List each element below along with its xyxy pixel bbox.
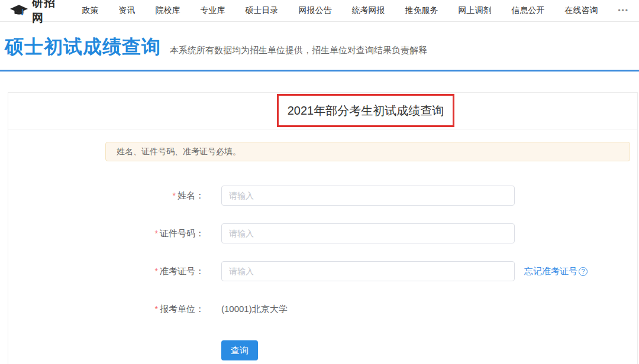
target-unit-label: *报考单位：: [8, 304, 204, 315]
name-field-row: *姓名：: [8, 186, 637, 206]
required-mark: *: [155, 304, 158, 314]
page-title: 硕士初试成绩查询: [5, 34, 161, 60]
required-fields-notice: 姓名、证件号码、准考证号必填。: [105, 142, 630, 161]
nav-item-college-library[interactable]: 院校库: [145, 5, 190, 16]
query-card: 2021年部分考生初试成绩查询 姓名、证件号码、准考证号必填。 *姓名： *证件…: [8, 92, 638, 364]
id-number-input[interactable]: [221, 223, 515, 243]
query-form: *姓名： *证件号码： *准考证号： 忘记准考证号 ?: [8, 186, 637, 360]
nav-item-policy[interactable]: 政策: [72, 5, 108, 16]
id-number-field-row: *证件号码：: [8, 223, 637, 243]
admission-ticket-field-row: *准考证号： 忘记准考证号 ?: [8, 261, 637, 281]
highlight-box: 2021年部分考生初试成绩查询: [277, 94, 454, 127]
nav-item-info-disclosure[interactable]: 信息公开: [501, 5, 554, 16]
nav-item-more[interactable]: •••: [608, 6, 639, 15]
query-button[interactable]: 查询: [221, 340, 258, 360]
admission-ticket-label: *准考证号：: [8, 266, 204, 277]
nav-item-online-adjustment[interactable]: 网上调剂: [448, 5, 501, 16]
required-mark: *: [173, 191, 176, 200]
forgot-ticket-link[interactable]: 忘记准考证号 ?: [524, 266, 588, 277]
required-mark: *: [155, 266, 158, 276]
notice-text: 姓名、证件号码、准考证号必填。: [117, 147, 241, 157]
nav-item-exemption-service[interactable]: 推免服务: [395, 5, 448, 16]
nav-item-major-library[interactable]: 专业库: [190, 5, 235, 16]
nav-item-report-notice[interactable]: 网报公告: [288, 5, 341, 16]
card-title: 2021年部分考生初试成绩查询: [288, 103, 444, 119]
nav-item-master-catalog[interactable]: 硕士目录: [235, 5, 288, 16]
target-unit-value: (10001)北京大学: [221, 304, 288, 315]
required-mark: *: [155, 229, 158, 238]
name-label: *姓名：: [8, 190, 204, 202]
nav-item-online-consult[interactable]: 在线咨询: [554, 5, 608, 16]
button-row: 查询: [8, 340, 637, 360]
help-icon: ?: [579, 267, 588, 276]
page-subtitle: 本系统所有数据均为招生单位提供，招生单位对查询结果负责解释: [170, 45, 427, 56]
graduation-cap-icon: [9, 4, 32, 17]
nav-item-news[interactable]: 资讯: [108, 5, 145, 16]
header-divider: [0, 70, 639, 72]
top-nav: 研招网 政策 资讯 院校库 专业库 硕士目录 网报公告 统考网报 推免服务 网上…: [0, 0, 639, 22]
logo[interactable]: 研招网: [9, 0, 56, 26]
name-input[interactable]: [221, 186, 515, 206]
card-header: 2021年部分考生初试成绩查询: [8, 93, 637, 129]
nav-item-unified-exam-registration[interactable]: 统考网报: [341, 5, 395, 16]
page-header: 硕士初试成绩查询 本系统所有数据均为招生单位提供，招生单位对查询结果负责解释: [0, 22, 639, 72]
target-unit-row: *报考单位： (10001)北京大学: [8, 299, 637, 319]
admission-ticket-input[interactable]: [221, 261, 515, 281]
card-body: 姓名、证件号码、准考证号必填。 *姓名： *证件号码： *准考证号：: [8, 129, 637, 360]
logo-text: 研招网: [32, 0, 56, 26]
id-number-label: *证件号码：: [8, 228, 204, 239]
